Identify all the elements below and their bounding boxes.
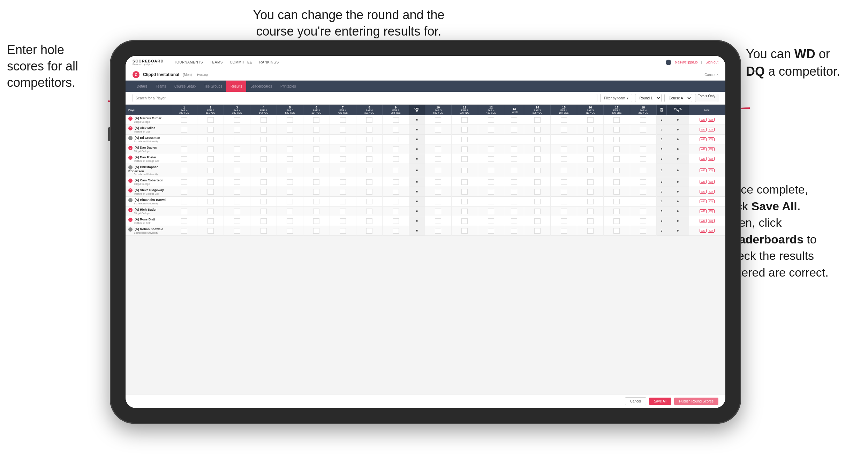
- score-input-h6[interactable]: [313, 127, 319, 133]
- score-hole-3[interactable]: [224, 164, 250, 177]
- score-input-h10[interactable]: [435, 137, 441, 142]
- score-hole-2[interactable]: [197, 197, 224, 206]
- score-input-h13[interactable]: [511, 156, 517, 162]
- score-hole-4[interactable]: [250, 164, 277, 177]
- score-hole-9[interactable]: [383, 197, 409, 206]
- score-input-h1[interactable]: [181, 137, 187, 142]
- score-input-h18[interactable]: [640, 179, 646, 185]
- score-hole-10[interactable]: [425, 135, 451, 144]
- dq-button[interactable]: DQ: [708, 190, 715, 194]
- totals-only-toggle[interactable]: Totals Only: [695, 94, 718, 102]
- score-hole-3[interactable]: [224, 144, 250, 154]
- score-hole-10[interactable]: [425, 154, 451, 164]
- score-hole-6[interactable]: [303, 115, 330, 125]
- score-hole-16[interactable]: [577, 216, 604, 226]
- score-hole-16[interactable]: [577, 226, 604, 236]
- score-input-h10[interactable]: [435, 189, 441, 195]
- score-hole-1[interactable]: [171, 164, 197, 177]
- score-input-h4[interactable]: [261, 117, 267, 123]
- score-hole-1[interactable]: [171, 206, 197, 216]
- score-hole-3[interactable]: [224, 125, 250, 135]
- score-input-h4[interactable]: [261, 137, 267, 142]
- score-input-h1[interactable]: [181, 117, 187, 123]
- wd-button[interactable]: WD: [700, 128, 707, 131]
- score-hole-3[interactable]: [224, 154, 250, 164]
- score-input-h10[interactable]: [435, 179, 441, 185]
- score-hole-12[interactable]: [478, 226, 504, 236]
- score-input-h12[interactable]: [488, 199, 494, 204]
- score-hole-18[interactable]: [630, 177, 656, 187]
- score-input-h18[interactable]: [640, 117, 646, 123]
- cancel-button[interactable]: Cancel: [625, 397, 646, 405]
- score-hole-6[interactable]: [303, 226, 330, 236]
- score-hole-5[interactable]: [277, 197, 303, 206]
- score-input-h2[interactable]: [207, 228, 214, 234]
- score-hole-16[interactable]: [577, 135, 604, 144]
- score-input-h14[interactable]: [534, 156, 541, 162]
- score-hole-18[interactable]: [630, 216, 656, 226]
- score-hole-12[interactable]: [478, 216, 504, 226]
- score-hole-7[interactable]: [330, 187, 356, 197]
- score-input-h5[interactable]: [287, 168, 293, 173]
- score-input-h3[interactable]: [234, 117, 240, 123]
- score-input-h8[interactable]: [366, 179, 372, 185]
- score-input-h5[interactable]: [287, 146, 293, 152]
- wd-button[interactable]: WD: [700, 157, 707, 161]
- score-input-h13[interactable]: [511, 199, 517, 204]
- publish-button[interactable]: Publish Round Scores: [674, 398, 718, 405]
- score-input-h7[interactable]: [340, 127, 346, 133]
- score-hole-4[interactable]: [250, 216, 277, 226]
- score-input-h15[interactable]: [561, 127, 567, 133]
- score-hole-14[interactable]: [524, 187, 551, 197]
- score-input-h5[interactable]: [287, 209, 293, 214]
- score-hole-8[interactable]: [356, 125, 383, 135]
- score-input-h15[interactable]: [561, 228, 567, 234]
- score-input-h3[interactable]: [234, 168, 240, 173]
- score-input-h5[interactable]: [287, 127, 293, 133]
- score-hole-2[interactable]: [197, 177, 224, 187]
- score-hole-15[interactable]: [551, 226, 577, 236]
- score-hole-8[interactable]: [356, 115, 383, 125]
- score-hole-13[interactable]: [504, 216, 524, 226]
- score-hole-7[interactable]: [330, 226, 356, 236]
- score-hole-6[interactable]: [303, 164, 330, 177]
- score-hole-17[interactable]: [604, 187, 630, 197]
- score-hole-4[interactable]: [250, 115, 277, 125]
- score-input-h10[interactable]: [435, 127, 441, 133]
- score-input-h8[interactable]: [366, 137, 372, 142]
- nav-tournaments[interactable]: TOURNAMENTS: [174, 60, 203, 65]
- score-input-h4[interactable]: [261, 168, 267, 173]
- score-input-h17[interactable]: [613, 228, 620, 234]
- score-input-h4[interactable]: [261, 127, 267, 133]
- score-input-h14[interactable]: [534, 146, 541, 152]
- score-input-h12[interactable]: [488, 179, 494, 185]
- score-hole-8[interactable]: [356, 206, 383, 216]
- score-hole-13[interactable]: [504, 115, 524, 125]
- score-input-h5[interactable]: [287, 156, 293, 162]
- score-input-h15[interactable]: [561, 117, 567, 123]
- score-input-h8[interactable]: [366, 127, 372, 133]
- score-input-h16[interactable]: [587, 189, 594, 195]
- score-hole-8[interactable]: [356, 164, 383, 177]
- score-input-h11[interactable]: [461, 189, 468, 195]
- score-input-h17[interactable]: [613, 199, 620, 204]
- score-hole-12[interactable]: [478, 115, 504, 125]
- score-hole-14[interactable]: [524, 164, 551, 177]
- score-hole-17[interactable]: [604, 115, 630, 125]
- score-hole-4[interactable]: [250, 187, 277, 197]
- score-input-h3[interactable]: [234, 156, 240, 162]
- score-input-h16[interactable]: [587, 156, 594, 162]
- score-hole-11[interactable]: [451, 164, 478, 177]
- score-hole-9[interactable]: [383, 164, 409, 177]
- score-input-h18[interactable]: [640, 228, 646, 234]
- score-hole-14[interactable]: [524, 206, 551, 216]
- wd-button[interactable]: WD: [700, 147, 707, 151]
- score-hole-7[interactable]: [330, 197, 356, 206]
- score-hole-3[interactable]: [224, 226, 250, 236]
- score-input-h13[interactable]: [511, 189, 517, 195]
- score-hole-8[interactable]: [356, 144, 383, 154]
- score-hole-16[interactable]: [577, 125, 604, 135]
- score-input-h1[interactable]: [181, 199, 187, 204]
- score-input-h4[interactable]: [261, 146, 267, 152]
- score-hole-11[interactable]: [451, 115, 478, 125]
